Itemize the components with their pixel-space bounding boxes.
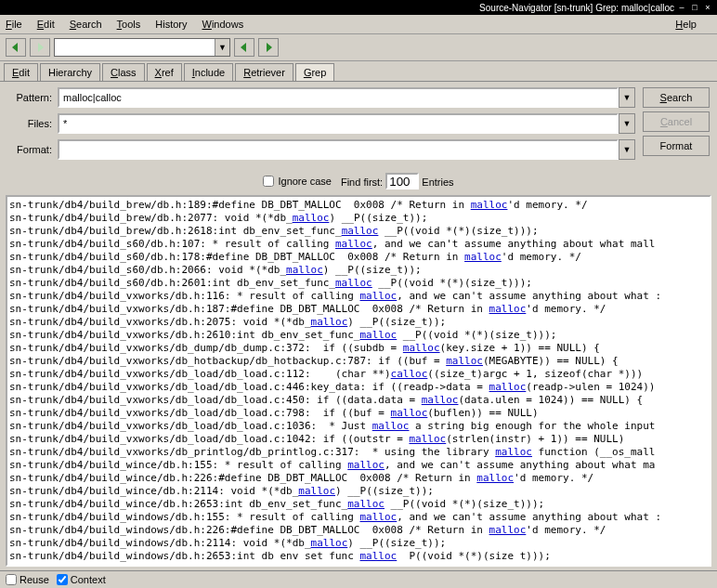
context-checkbox[interactable] (57, 574, 68, 585)
result-line[interactable]: sn-trunk/db4/build_vxworks/db_dump/db_du… (9, 342, 708, 355)
pattern-label: Pattern: (7, 92, 52, 103)
menubar: File Edit Search Tools History Windows H… (0, 15, 717, 34)
files-dropdown[interactable]: ▼ (619, 113, 635, 134)
result-line[interactable]: sn-trunk/db4/build_brew/db.h:2618:int db… (9, 225, 708, 238)
files-input[interactable] (58, 113, 619, 134)
statusbar: Reuse Context (0, 570, 717, 588)
menu-help[interactable]: Help (675, 19, 697, 30)
grep-form: Pattern: ▼ Files: ▼ Format: ▼ Search Can… (0, 82, 717, 171)
files-label: Files: (7, 118, 52, 129)
result-line[interactable]: sn-trunk/db4/build_windows/db.h:2653:int… (9, 550, 708, 563)
result-line[interactable]: sn-trunk/db4/build_vxworks/db.h:116: * r… (9, 290, 708, 303)
maximize-icon[interactable]: □ (689, 3, 700, 12)
chevron-down-icon: ▼ (623, 145, 632, 154)
tab-grep[interactable]: Grep (295, 63, 334, 81)
ignore-case-checkbox[interactable] (263, 176, 274, 187)
result-line[interactable]: sn-trunk/db4/build_vxworks/db_hotbackup/… (9, 355, 708, 368)
result-line[interactable]: sn-trunk/db4/build_vxworks/db_load/db_lo… (9, 368, 708, 381)
result-line[interactable]: sn-trunk/db4/build_wince/db.h:226:#defin… (9, 472, 708, 485)
ignore-case-label: Ignore case (278, 176, 331, 187)
format-input[interactable] (58, 139, 619, 160)
options-row: Ignore case Find first: Entries (0, 171, 717, 195)
minimize-icon[interactable]: – (676, 3, 687, 12)
context-label: Context (71, 574, 106, 585)
result-line[interactable]: sn-trunk/db4/build_s60/db.h:2601:int db_… (9, 277, 708, 290)
chevron-down-icon: ▼ (623, 93, 632, 102)
reuse-checkbox[interactable] (6, 574, 17, 585)
tab-hierarchy[interactable]: Hierarchy (40, 63, 100, 81)
cancel-button[interactable]: Cancel (643, 111, 710, 132)
history-combo[interactable]: ▼ (54, 38, 230, 57)
result-line[interactable]: sn-trunk/db4/build_windows/db.h:2114: vo… (9, 537, 708, 550)
result-line[interactable]: sn-trunk/db4/build_vxworks/db_load/db_lo… (9, 394, 708, 407)
format-label: Format: (7, 144, 52, 155)
window-titlebar: Source-Navigator [sn-trunk] Grep: malloc… (0, 0, 717, 15)
find-first-input[interactable] (385, 173, 419, 189)
format-dropdown[interactable]: ▼ (619, 139, 635, 160)
find-first-label: Find first: (341, 176, 383, 188)
result-line[interactable]: sn-trunk/db4/build_vxworks/db.h:2610:int… (9, 329, 708, 342)
chevron-down-icon: ▼ (623, 119, 632, 128)
next-button[interactable] (258, 38, 279, 57)
entries-label: Entries (422, 176, 453, 188)
tab-xref[interactable]: Xref (147, 63, 182, 81)
tab-include[interactable]: Include (184, 63, 233, 81)
menu-search[interactable]: Search (70, 19, 102, 30)
results-pane[interactable]: sn-trunk/db4/build_brew/db.h:189:#define… (6, 195, 711, 567)
pattern-input[interactable] (58, 87, 619, 108)
result-line[interactable]: sn-trunk/db4/build_vxworks/db_load/db_lo… (9, 407, 708, 420)
result-line[interactable]: sn-trunk/db4/build_vxworks/db_load/db_lo… (9, 420, 708, 433)
result-line[interactable]: sn-trunk/db4/build_wince/db.h:2653:int d… (9, 498, 708, 511)
menu-windows[interactable]: Windows (202, 19, 244, 30)
result-line[interactable]: sn-trunk/db4/build_vxworks/db_printlog/d… (9, 446, 708, 459)
tabbar: Edit Hierarchy Class Xref Include Retrie… (0, 61, 717, 82)
menu-file[interactable]: File (6, 19, 22, 30)
result-line[interactable]: sn-trunk/db4/build_wince/db.h:155: * res… (9, 459, 708, 472)
tab-retriever[interactable]: Retriever (235, 63, 293, 81)
format-button[interactable]: Format (643, 136, 710, 156)
result-line[interactable]: sn-trunk/db4/build_vxworks/db.h:187:#def… (9, 303, 708, 316)
result-line[interactable]: sn-trunk/db4/build_brew/db.h:189:#define… (9, 199, 708, 212)
menu-history[interactable]: History (155, 19, 187, 30)
result-line[interactable]: sn-trunk/db4/build_vxworks/db.h:2075: vo… (9, 316, 708, 329)
toolbar: ▼ (0, 34, 717, 61)
result-line[interactable]: sn-trunk/db4/build_windows/db.h:155: * r… (9, 511, 708, 524)
result-line[interactable]: sn-trunk/db4/build_vxworks/db_load/db_lo… (9, 381, 708, 394)
tab-edit[interactable]: Edit (4, 63, 38, 81)
menu-edit[interactable]: Edit (37, 19, 55, 30)
pattern-dropdown[interactable]: ▼ (619, 87, 635, 108)
search-button[interactable]: Search (643, 87, 710, 108)
result-line[interactable]: sn-trunk/db4/build_brew/db.h:2077: void … (9, 212, 708, 225)
reuse-label: Reuse (20, 574, 49, 585)
result-line[interactable]: sn-trunk/db4/build_s60/db.h:107: * resul… (9, 238, 708, 251)
close-icon[interactable]: × (702, 3, 713, 12)
result-line[interactable]: sn-trunk/db4/build_vxworks/db_load/db_lo… (9, 433, 708, 446)
window-title: Source-Navigator [sn-trunk] Grep: malloc… (479, 3, 674, 13)
result-line[interactable]: sn-trunk/db4/build_s60/db.h:178:#define … (9, 251, 708, 264)
tab-class[interactable]: Class (102, 63, 145, 81)
prev-button[interactable] (234, 38, 254, 57)
back-button[interactable] (6, 38, 26, 57)
result-line[interactable]: sn-trunk/db4/build_wince/db.h:2114: void… (9, 485, 708, 498)
chevron-down-icon: ▼ (218, 43, 227, 52)
result-line[interactable]: sn-trunk/db4/build_s60/db.h:2066: void *… (9, 264, 708, 277)
forward-button[interactable] (30, 38, 50, 57)
menu-tools[interactable]: Tools (117, 19, 141, 30)
result-line[interactable]: sn-trunk/db4/build_windows/db.h:226:#def… (9, 524, 708, 537)
